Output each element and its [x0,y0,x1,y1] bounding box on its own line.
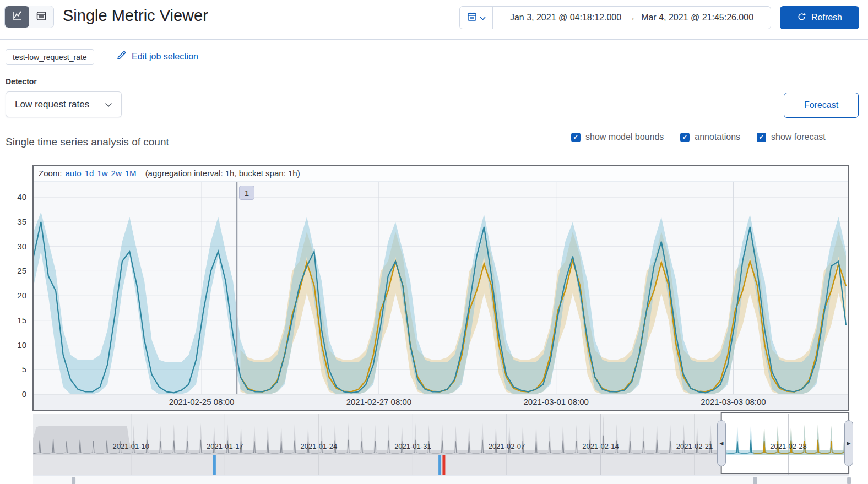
y-axis-label: 15 [4,316,26,325]
scroll-pill[interactable] [847,477,851,484]
toggle-annotations[interactable]: ✓ annotations [680,132,740,142]
checkbox-checked-icon[interactable]: ✓ [757,133,766,142]
header-divider [0,39,868,40]
edit-link-label: Edit job selection [132,52,198,62]
calendar-icon [467,12,477,24]
detector-select[interactable]: Low request rates [6,91,122,117]
brush-right-handle[interactable]: ▶ [844,420,853,466]
time-range-end[interactable]: Mar 4, 2021 @ 21:45:26.000 [641,13,753,23]
chart-view-toggle[interactable] [5,6,29,28]
context-date-label: 2021-02-21 [664,442,725,450]
datepicker-quick-menu[interactable] [460,7,493,29]
zoom-option-1d[interactable]: 1d [85,168,94,178]
checkbox-checked-icon[interactable]: ✓ [571,133,581,142]
y-axis-label: 30 [4,242,26,251]
table-view-toggle[interactable] [29,6,53,28]
page-title: Single Metric Viewer [63,7,208,25]
zoom-option-2w[interactable]: 2w [111,168,122,178]
x-axis-label: 2021-02-25 08:00 [163,397,240,406]
arrow-right-icon: ▶ [847,441,851,446]
scroll-pill[interactable] [753,477,757,484]
aggregation-note: (aggregation interval: 1h, bucket span: … [145,168,300,178]
refresh-label: Refresh [811,13,842,23]
zoom-option-1w[interactable]: 1w [97,168,107,178]
x-axis-label: 2021-02-27 08:00 [340,397,417,406]
toggle-label: show model bounds [585,132,664,142]
annotation-marker[interactable] [438,455,441,475]
line-chart-icon [11,10,23,24]
zoom-option-auto[interactable]: auto [66,168,82,178]
checkbox-checked-icon[interactable]: ✓ [680,133,690,142]
analysis-heading: Single time series analysis of count [6,136,169,148]
y-axis-label: 10 [4,340,26,350]
context-date-label: 2021-01-24 [289,442,349,450]
toggle-label: show forecast [771,132,826,142]
time-range-arrow-icon: → [627,13,636,23]
date-range-picker[interactable]: Jan 3, 2021 @ 04:18:12.000 → Mar 4, 2021… [459,6,771,29]
job-badge[interactable]: test-low_request_rate [6,49,94,65]
brush-left-handle[interactable]: ◀ [717,420,726,466]
x-axis-label: 2021-03-01 08:00 [518,397,595,406]
time-range-start[interactable]: Jan 3, 2021 @ 04:18:12.000 [510,13,621,23]
chevron-down-icon [480,13,486,23]
annotation-marker[interactable] [213,455,216,475]
context-date-label: 2021-02-14 [570,442,631,450]
edit-job-selection-link[interactable]: Edit job selection [116,50,198,63]
annotation-marker[interactable] [442,455,445,475]
scroll-pill[interactable] [72,477,75,484]
annotation-badge[interactable]: 1 [239,186,254,200]
zoom-label: Zoom: [39,168,62,178]
y-axis-label: 40 [4,192,26,202]
context-date-label: 2021-01-31 [382,442,443,450]
toggle-show-forecast[interactable]: ✓ show forecast [757,132,826,142]
table-icon [35,10,47,24]
view-toggle-group[interactable] [4,6,54,28]
refresh-button[interactable]: Refresh [780,6,859,29]
context-date-label: 2021-01-17 [194,442,255,450]
job-divider [0,70,868,70]
chevron-down-icon [105,99,112,110]
refresh-icon [797,12,806,24]
chart-toggles: ✓ show model bounds ✓ annotations ✓ show… [571,132,826,142]
pencil-icon [116,50,127,63]
zoom-option-1M[interactable]: 1M [125,168,137,178]
context-date-label: 2021-02-28 [758,442,818,450]
x-axis-label: 2021-03-03 08:00 [695,397,772,406]
main-chart-frame [32,165,849,411]
y-axis-label: 25 [4,266,26,275]
y-axis-label: 35 [4,217,26,226]
context-date-label: 2021-02-07 [476,442,537,450]
detector-label: Detector [6,77,37,86]
toggle-show-model-bounds[interactable]: ✓ show model bounds [571,132,664,142]
zoom-controls: Zoom: auto 1d 1w 2w 1M (aggregation inte… [39,168,300,178]
y-axis-label: 0 [4,389,26,399]
forecast-button[interactable]: Forecast [784,93,859,118]
toggle-label: annotations [695,132,740,142]
context-date-label: 2021-01-10 [101,442,161,450]
detector-selected-value: Low request rates [15,99,89,110]
y-axis-label: 20 [4,291,26,300]
arrow-left-icon: ◀ [720,441,724,446]
y-axis-label: 5 [4,365,26,374]
